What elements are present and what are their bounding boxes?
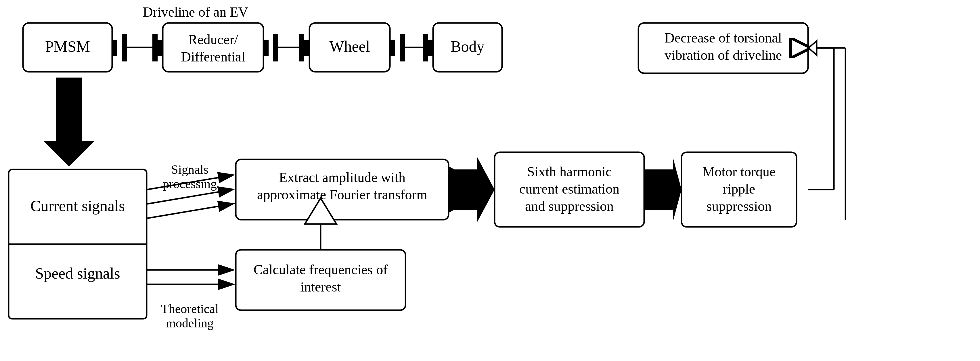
- calc-freq-label2: interest: [300, 279, 341, 294]
- reducer-label: Reducer/: [188, 32, 238, 47]
- theoretical-modeling-label2: modeling: [166, 316, 214, 330]
- svg-rect-13: [304, 40, 309, 56]
- svg-rect-17: [423, 34, 428, 62]
- theoretical-modeling-label: Theoretical: [161, 302, 218, 316]
- reducer-box: [163, 23, 263, 72]
- svg-rect-9: [263, 40, 269, 56]
- signals-processing-label: Signals: [171, 163, 208, 177]
- svg-line-23: [147, 190, 232, 204]
- driveline-label: Driveline of an EV: [143, 4, 248, 19]
- sixth-harmonic-label3: and suppression: [525, 198, 614, 214]
- extract-label1: Extract amplitude with: [279, 170, 406, 185]
- svg-rect-12: [299, 34, 304, 62]
- svg-rect-8: [158, 40, 163, 56]
- svg-rect-15: [400, 34, 405, 62]
- current-signals-label: Current signals: [30, 197, 125, 215]
- reducer-label2: Differential: [181, 49, 245, 64]
- big-arrow-sixth-motor: [645, 157, 681, 222]
- motor-torque-label1: Motor torque: [703, 164, 776, 179]
- svg-rect-18: [428, 40, 433, 56]
- extract-label2: approximate Fourier transform: [257, 187, 427, 202]
- decrease-torsional-label1: Decrease of torsional: [665, 30, 782, 45]
- svg-rect-14: [390, 40, 395, 56]
- big-arrow-extract-sixth: [449, 157, 495, 222]
- pmsm-label: PMSM: [45, 38, 90, 55]
- motor-torque-label2: ripple: [723, 181, 755, 196]
- sixth-harmonic-label2: current estimation: [519, 181, 619, 196]
- svg-rect-7: [153, 34, 158, 62]
- svg-line-24: [147, 204, 232, 218]
- svg-rect-5: [122, 34, 127, 62]
- decrease-torsional-label2: vibration of driveline: [665, 48, 782, 63]
- speed-signals-label: Speed signals: [35, 265, 120, 282]
- hollow-left-arrow: [809, 41, 817, 55]
- sixth-harmonic-label1: Sixth harmonic: [527, 164, 612, 179]
- wheel-label: Wheel: [329, 38, 370, 55]
- diagram-container: Driveline of an EV PMSM Reducer/ Differe…: [0, 0, 980, 361]
- body-label: Body: [450, 38, 484, 55]
- motor-torque-label3: suppression: [706, 198, 772, 214]
- down-arrow-pmsm: [43, 78, 95, 166]
- svg-rect-10: [273, 34, 278, 62]
- svg-rect-4: [112, 40, 117, 56]
- calc-freq-label1: Calculate frequencies of: [254, 262, 388, 277]
